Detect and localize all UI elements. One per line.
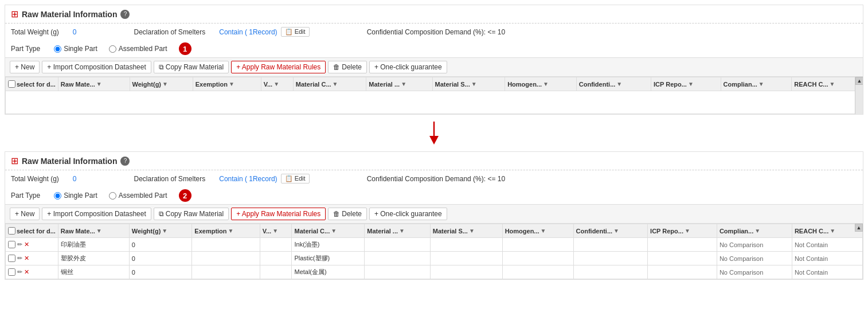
homogen-cell-1	[502, 252, 573, 265]
col-header-checkbox: select for d...	[6, 224, 58, 238]
filter-icon-3[interactable]: ▼	[229, 81, 234, 87]
col-header-text-12: REACH C...	[795, 228, 828, 235]
declaration-link[interactable]: Contain ( 1Record)	[219, 28, 277, 36]
edit-icon-2[interactable]: ✏	[17, 268, 22, 276]
part-type-radio-0[interactable]: Single Part	[54, 45, 97, 53]
row-checkbox-0[interactable]	[8, 241, 15, 248]
filter-icon-1[interactable]: ▼	[96, 228, 102, 234]
col-header-text-10: ICP Repo...	[654, 81, 687, 88]
row-delete-icon-1[interactable]: ✕	[24, 255, 29, 262]
copy-icon: ⧉	[159, 210, 164, 218]
filter-icon-4[interactable]: ▼	[272, 228, 278, 234]
v-cell-2	[260, 265, 292, 279]
filter-icon-9[interactable]: ▼	[613, 228, 619, 234]
edit-icon-1[interactable]: ✏	[17, 255, 22, 262]
col-header-5: Material C... ▼	[293, 77, 366, 91]
col-header-6: Material ... ▼	[365, 224, 431, 238]
section-title: Raw Material Information	[22, 10, 117, 19]
declaration-edit-button[interactable]: 📋 Edit	[281, 27, 310, 37]
filter-icon-4[interactable]: ▼	[273, 81, 279, 87]
filter-icon-5[interactable]: ▼	[331, 228, 337, 234]
part-type-input-1[interactable]	[109, 45, 116, 53]
import-composition-button[interactable]: + Import Composition Datasheet	[42, 208, 151, 220]
col-header-2: Weight(g) ▼	[130, 77, 193, 91]
filter-icon-6[interactable]: ▼	[399, 228, 405, 234]
delete-button[interactable]: 🗑 Delete	[328, 208, 367, 220]
filter-icon-8[interactable]: ▼	[541, 228, 546, 234]
row-delete-icon-0[interactable]: ✕	[24, 241, 29, 248]
filter-icon-11[interactable]: ▼	[754, 228, 760, 234]
new-button[interactable]: + New	[10, 208, 40, 220]
declaration-group: Contain ( 1Record) 📋 Edit	[219, 27, 309, 37]
select-all-checkbox[interactable]	[8, 80, 15, 88]
col-header-text-4: V...	[263, 228, 272, 235]
raw-material-cell-2: 铜丝	[58, 265, 129, 279]
table-row: ✏ ✕ 塑胶外皮 0 Plastic(塑膠) No Comparison Not…	[6, 252, 863, 265]
material-s-cell-1	[430, 252, 502, 265]
col-header-text-9: Confidenti...	[579, 81, 616, 88]
scroll-up-button[interactable]: ▲	[855, 77, 863, 85]
filter-icon-2[interactable]: ▼	[162, 228, 167, 234]
filter-icon-10[interactable]: ▼	[688, 81, 694, 87]
part-type-input-0[interactable]	[54, 192, 61, 200]
delete-button[interactable]: 🗑 Delete	[328, 61, 367, 73]
copy-raw-material-button[interactable]: ⧉Copy Raw Material	[154, 61, 229, 73]
col-header-text-12: REACH C...	[794, 81, 828, 88]
total-weight-value: 0	[73, 28, 77, 36]
col-header-11: Complian... ▼	[721, 77, 792, 91]
apply-raw-material-rules-button[interactable]: + Apply Raw Material Rules	[231, 208, 326, 220]
col-header-2: Weight(g) ▼	[129, 224, 192, 238]
data-table: select for d... Raw Mate... ▼ Weight(g) …	[5, 224, 863, 279]
filter-icon-8[interactable]: ▼	[543, 81, 549, 87]
col-header-3: Exemption ▼	[192, 224, 260, 238]
total-weight-label: Total Weight (g)	[11, 28, 59, 36]
col-header-text-5: Material C...	[294, 228, 330, 235]
filter-icon-1[interactable]: ▼	[96, 81, 102, 87]
import-composition-button[interactable]: + Import Composition Datasheet	[42, 61, 151, 73]
filter-icon-12[interactable]: ▼	[830, 228, 835, 234]
declaration-link[interactable]: Contain ( 1Record)	[219, 175, 277, 183]
row-delete-icon-2[interactable]: ✕	[24, 268, 29, 276]
filter-icon-7[interactable]: ▼	[469, 228, 475, 234]
edit-icon-0[interactable]: ✏	[17, 241, 22, 248]
icp-repo-cell-1	[648, 252, 717, 265]
col-header-4: V... ▼	[261, 77, 293, 91]
help-icon[interactable]: ?	[120, 10, 130, 19]
scrollbar[interactable]: ▲	[855, 77, 863, 114]
filter-icon-3[interactable]: ▼	[228, 228, 234, 234]
row-checkbox-1[interactable]	[8, 255, 15, 262]
filter-icon-11[interactable]: ▼	[758, 81, 764, 87]
filter-icon-12[interactable]: ▼	[830, 81, 835, 87]
icp-repo-cell-0	[648, 238, 717, 252]
part-type-input-0[interactable]	[54, 45, 61, 53]
copy-icon: ⧉	[159, 63, 164, 71]
col-header-12: REACH C... ▼	[792, 77, 863, 91]
scroll-up-button[interactable]: ▲	[855, 224, 863, 232]
filter-icon-7[interactable]: ▼	[471, 81, 477, 87]
filter-icon-6[interactable]: ▼	[401, 81, 406, 87]
weight-cell-1: 0	[129, 252, 192, 265]
filter-icon-5[interactable]: ▼	[333, 81, 338, 87]
part-type-input-1[interactable]	[109, 192, 116, 200]
part-type-radio-1[interactable]: Assembled Part	[109, 45, 167, 53]
row-checkbox-2[interactable]	[8, 268, 15, 276]
filter-icon-9[interactable]: ▼	[616, 81, 622, 87]
one-click-guarantee-button[interactable]: + One-click guarantee	[369, 208, 447, 220]
col-header-text-4: V...	[264, 81, 273, 88]
col-header-5: Material C... ▼	[292, 224, 365, 238]
col-header-1: Raw Mate... ▼	[58, 224, 129, 238]
select-all-checkbox[interactable]	[8, 227, 15, 235]
weight-cell-2: 0	[129, 265, 192, 279]
filter-icon-2[interactable]: ▼	[162, 81, 168, 87]
copy-raw-material-button[interactable]: ⧉Copy Raw Material	[154, 208, 229, 220]
total-weight-value: 0	[73, 175, 77, 183]
apply-raw-material-rules-button[interactable]: + Apply Raw Material Rules	[231, 61, 326, 73]
one-click-guarantee-button[interactable]: + One-click guarantee	[369, 61, 447, 73]
help-icon[interactable]: ?	[120, 157, 130, 166]
filter-icon-10[interactable]: ▼	[685, 228, 690, 234]
col-header-text-5: Material C...	[296, 81, 331, 88]
part-type-radio-1[interactable]: Assembled Part	[109, 192, 167, 200]
part-type-radio-0[interactable]: Single Part	[54, 192, 97, 200]
declaration-edit-button[interactable]: 📋 Edit	[281, 174, 310, 183]
new-button[interactable]: + New	[10, 61, 40, 73]
